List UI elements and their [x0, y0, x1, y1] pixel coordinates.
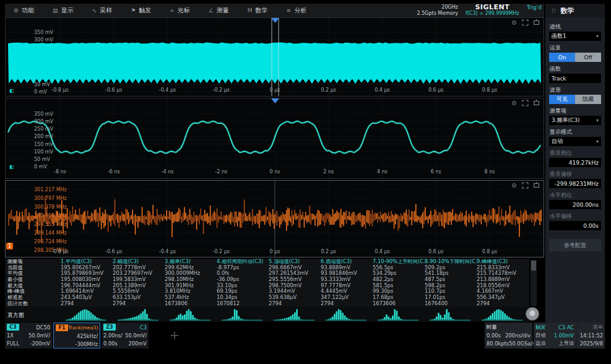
measurement-column-header[interactable]: 8.90-10%下降时间(C3) — [425, 259, 477, 265]
measurement-column-header[interactable]: 2.幅值(C3) — [113, 259, 165, 265]
display-mode-select[interactable]: 自动 ▾ — [549, 137, 601, 146]
operation-off-button[interactable]: Off — [575, 53, 601, 62]
drag-knob-button[interactable] — [526, 307, 539, 321]
panel-maximize-icon[interactable] — [522, 100, 529, 106]
measurement-value: 2794 — [113, 301, 165, 307]
zoom-z3-badge: Z3 — [103, 324, 116, 331]
math-dialog-title: 数学 — [560, 6, 574, 15]
waveform-hidden-button[interactable]: 隐藏 — [575, 95, 601, 104]
measurement-value: 196.704444mV — [61, 283, 113, 289]
channel-zero-marker: ◧ — [9, 164, 14, 170]
trigger-descriptor[interactable]: 触发 C3 AC 自动 1.00mV 边沿 上升沿 — [534, 323, 576, 349]
math-dialog-header[interactable]: ⁝⁝ 数学 — [545, 4, 605, 17]
measurement-column-header[interactable]: 1.平均值(C3) — [61, 259, 113, 265]
waveform-visible-button[interactable]: 可见 — [549, 95, 575, 104]
horizontal-scale-field[interactable]: 200.00ns — [549, 200, 601, 209]
measurement-value: 482.2ps — [373, 277, 425, 283]
measurement-value: 110.7ps — [425, 288, 477, 295]
menu-item-测量[interactable]: ∠测量 — [209, 6, 229, 15]
function-value: Track — [552, 76, 566, 82]
menu-item-功能[interactable]: ⚙功能 — [14, 6, 34, 15]
vertical-scale-field[interactable]: 419.27kHz — [549, 158, 601, 167]
measurement-column-header[interactable]: 6.底端值(C3) — [321, 259, 373, 265]
measurement-table: 测量项1.平均值(C3)2.幅值(C3)3.频率(C3)4.相邻周期抖动(C3)… — [5, 259, 529, 307]
cursor-cross-icon: + — [170, 7, 175, 14]
menu-item-label: 光标 — [178, 6, 190, 15]
measurement-value: 4.4445mV — [321, 288, 373, 295]
measurement-value: 537.4kHz — [165, 295, 217, 301]
clock-menu-box[interactable]: 菜单 14:11:52 2025/9/8 — [577, 323, 605, 349]
add-trace-button[interactable]: + — [167, 327, 182, 342]
table-row: 当前值195.806267mV202.7778mV299.62MHz-8.977… — [5, 265, 529, 271]
function-value-box[interactable]: Track — [549, 74, 601, 83]
measure-item-value: 3.频率(C3) — [552, 116, 580, 124]
status-block: 20GHz 2.5Gpts Memory SIGLENT f(C3) = 299… — [417, 4, 544, 17]
measurement-column-header[interactable]: 7.10-90%上升时间(C3) — [373, 259, 425, 265]
horizontal-offset-field[interactable]: 0.00s — [549, 221, 601, 230]
table-row: 统计次数279427941673806167081227942794167360… — [5, 301, 529, 307]
menu-item-触发[interactable]: ⚑触发 — [131, 6, 151, 15]
track-function-panel[interactable]: 301.217 MHz300.797 MHz300.378 MHz299.969… — [5, 180, 544, 258]
table-scrollbar[interactable] — [531, 260, 537, 306]
measurement-value: 4.1667mV — [477, 288, 529, 295]
timebase-descriptor[interactable]: 时基 0.00s 200ns/div 80.0kpts 50.0GSa/s — [485, 323, 532, 349]
menu-item-label: 采样 — [100, 6, 112, 15]
panel-settings-icon[interactable] — [511, 182, 518, 189]
trigger-slope: 上升沿 — [558, 340, 574, 347]
panel-settings-icon[interactable] — [511, 100, 518, 106]
trace-select[interactable]: 函数1 ▾ — [549, 32, 601, 41]
table-scrollbar-thumb[interactable] — [531, 261, 536, 271]
z3-hscale: 2.00ns/ — [103, 332, 123, 339]
c3-coupling: DC50 — [36, 324, 50, 331]
panel-maximize-icon[interactable] — [522, 182, 529, 189]
z3-vscale: 50.0mV/ — [125, 332, 147, 339]
menu-item-光标[interactable]: +光标 — [170, 6, 190, 15]
measurement-histogram — [64, 308, 109, 321]
panel-move-icon[interactable] — [533, 182, 540, 189]
measurement-value: 301.91MHz — [165, 283, 217, 289]
panel-maximize-icon[interactable] — [522, 19, 529, 26]
display-icon: ▤ — [53, 7, 58, 14]
menu-item-采样[interactable]: ∿采样 — [92, 6, 113, 15]
menu-item-分析[interactable]: ≡分析 — [287, 6, 307, 15]
reference-config-button[interactable]: 参考配置 — [549, 239, 601, 251]
measurement-value: 215.8333mV — [477, 265, 529, 271]
histogram-label: 直方图 — [7, 311, 24, 319]
measurement-column-header[interactable]: 4.相邻周期抖动(C3) — [217, 259, 269, 265]
menu-item-数学[interactable]: M数学 — [248, 6, 268, 15]
vertical-offset-field[interactable]: -299.98231MHz — [549, 179, 601, 188]
function-f1-descriptor[interactable]: F1 Track(mea3) 425kHz/ -300MHz — [53, 323, 100, 349]
measurement-value: 199.5833mV — [113, 277, 165, 283]
channel-c3-descriptor[interactable]: C3 DC50 1X 50.0mV/ FULL -200mV — [5, 323, 52, 349]
menu-item-显示[interactable]: ▤显示 — [53, 6, 74, 15]
c3-bandwidth: FULL — [7, 340, 19, 347]
zoom-z3-descriptor[interactable]: Z3 C3 2.00ns/ 50.0mV/ 0.00s 200mV — [102, 323, 149, 349]
menu-label: 菜单 — [592, 324, 603, 331]
clock-date: 2025/9/8 — [580, 340, 603, 347]
channel-c3-badge: C3 — [7, 324, 19, 331]
zoom-waveform-panel[interactable]: 350 mV300 mV250 mV200 mV150 mV100 mV50 m… — [5, 98, 544, 179]
main-timebase-panel[interactable]: 350 mV300 mV50 mV0 mV-0.8 µs-0.6 µs-0.4 … — [5, 17, 544, 97]
pin-icon: ⁝⁝ — [552, 7, 555, 14]
trigger-flag-icon: ⚑ — [131, 7, 136, 14]
panel-settings-icon[interactable] — [511, 19, 518, 26]
operation-on-button[interactable]: On — [549, 53, 575, 62]
operation-toggle: On Off — [549, 53, 601, 62]
clock-time: 14:11:52 — [580, 332, 603, 339]
measure-item-select[interactable]: 3.频率(C3) ▾ — [549, 116, 601, 125]
panel-move-icon[interactable] — [533, 100, 540, 106]
f1-offset-marker: 1 — [6, 243, 13, 249]
measurement-value: 298.10MHz — [165, 277, 217, 283]
measurement-value: 202.7778mV — [113, 265, 165, 271]
timebase-points: 80.0kpts — [487, 340, 509, 347]
menu-item-label: 数学 — [256, 6, 268, 15]
measurement-column-header[interactable]: 9.峰峰值(C3) — [477, 259, 529, 265]
trigger-level: 1.00mV — [554, 332, 574, 339]
measurement-column-header[interactable]: 3.频率(C3) — [165, 259, 217, 265]
gear-icon: ⚙ — [14, 7, 19, 14]
trigger-status: Trig'd — [527, 4, 542, 11]
panel-move-icon[interactable] — [533, 19, 540, 26]
channel-zero-marker: ◧ — [9, 88, 14, 93]
measurement-histogram — [272, 308, 317, 321]
measurement-column-header[interactable]: 5.顶端值(C3) — [269, 259, 321, 265]
